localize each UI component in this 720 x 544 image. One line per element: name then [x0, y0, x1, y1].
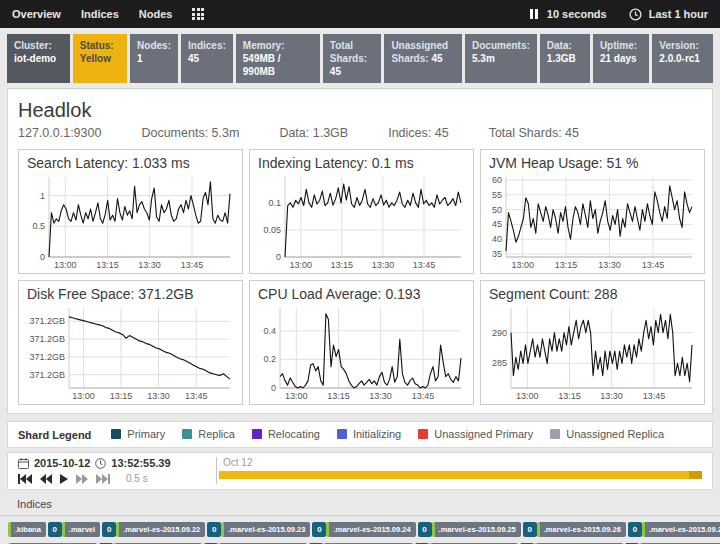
- stat-value: 549MB / 990MB: [243, 53, 281, 77]
- chart-title: CPU Load Average: 0.193: [258, 286, 467, 302]
- legend-swatch: [111, 429, 121, 439]
- clock-icon: [629, 8, 642, 21]
- svg-text:0.5: 0.5: [32, 221, 45, 231]
- shard-legend-items: PrimaryReplicaRelocatingInitializingUnas…: [111, 428, 681, 441]
- index-badge[interactable]: .marvel0: [62, 522, 116, 537]
- cluster-summary-bar: Cluster: iot-demoStatus: YellowNodes: 1I…: [7, 34, 713, 83]
- svg-text:285: 285: [492, 358, 507, 368]
- index-badge[interactable]: .marvel-es-2015.09.270: [642, 522, 720, 537]
- chart-plot: 13:0013:1513:3013:4500.20.4: [256, 302, 467, 402]
- apps-grid-icon[interactable]: [192, 8, 204, 20]
- index-badge[interactable]: .marvel-es-2015.09.260: [537, 522, 642, 537]
- svg-text:35: 35: [492, 249, 502, 259]
- index-shard-count: 0: [418, 522, 432, 537]
- nav-item-indices[interactable]: Indices: [81, 8, 119, 20]
- node-stat: Data: 1.3GB: [279, 126, 348, 140]
- legend-label: Unassigned Replica: [566, 428, 664, 440]
- chart-disk-free-space: Disk Free Space: 371.2GB13:0013:1513:301…: [18, 280, 243, 405]
- indices-badge-row: .kibana0.marvel0.marvel-es-2015.09.220.m…: [0, 516, 720, 537]
- index-name: .marvel-es-2015.09.25: [432, 522, 521, 537]
- shard-legend-panel: Shard Legend PrimaryReplicaRelocatingIni…: [7, 421, 713, 448]
- timeline-date[interactable]: 2015-10-12: [34, 457, 90, 469]
- legend-swatch: [550, 429, 560, 439]
- timeline-bar[interactable]: [219, 470, 702, 480]
- indices-title: Indices: [0, 494, 720, 516]
- svg-text:50: 50: [492, 205, 502, 215]
- legend-item-primary: Primary: [111, 428, 165, 440]
- index-name: .marvel-es-2015.09.26: [537, 522, 626, 537]
- refresh-interval-label[interactable]: 10 seconds: [547, 8, 607, 20]
- stat-label: Nodes:: [137, 40, 171, 51]
- svg-text:13:15: 13:15: [327, 391, 350, 401]
- index-badge[interactable]: .marvel-es-2015.09.250: [432, 522, 537, 537]
- timeline-controls-block: 2015-10-12 13:52:55.39: [18, 457, 216, 484]
- index-badge[interactable]: .marvel-es-2015.09.240: [326, 522, 431, 537]
- legend-item-replica: Replica: [182, 428, 235, 440]
- index-shard-count: 0: [628, 522, 642, 537]
- stat-value: 45: [188, 53, 199, 64]
- svg-text:13:00: 13:00: [511, 260, 534, 270]
- stat-label: Memory:: [243, 40, 285, 51]
- legend-swatch: [252, 429, 262, 439]
- index-shard-count: 0: [207, 522, 221, 537]
- shard-legend-title: Shard Legend: [18, 429, 91, 441]
- cluster-stat-indices: Indices: 45: [181, 34, 233, 83]
- node-address: 127.0.0.1:9300: [18, 126, 101, 140]
- node-title: Headlok: [18, 99, 702, 122]
- svg-text:371.2GB: 371.2GB: [29, 334, 65, 344]
- nav-item-nodes[interactable]: Nodes: [139, 8, 173, 20]
- nav-left: Overview Indices Nodes: [12, 8, 204, 20]
- cluster-stat-uptime: Uptime: 21 days: [593, 34, 649, 83]
- cluster-stat-data: Data: 1.3GB: [540, 34, 590, 83]
- chart-segment-count: Segment Count: 28813:0013:1513:3013:4528…: [480, 280, 705, 405]
- index-name: .kibana: [8, 522, 46, 537]
- legend-item-unassigned-replica: Unassigned Replica: [550, 428, 664, 440]
- timeline-bar-tip: [689, 471, 702, 479]
- stat-label: Total Shards:: [330, 40, 367, 64]
- stat-value: 1.3GB: [547, 53, 576, 64]
- svg-text:13:00: 13:00: [54, 260, 77, 270]
- time-range-label[interactable]: Last 1 hour: [649, 8, 708, 20]
- index-badge[interactable]: .marvel-es-2015.09.230: [221, 522, 326, 537]
- stat-value: 2.0.0-rc1: [659, 53, 700, 64]
- cluster-stat-total-shards: Total Shards: 45: [323, 34, 382, 83]
- indices-badge-row: .marvel-es-2015.09.280.marvel-es-2015.09…: [0, 537, 720, 544]
- chart-cpu-load-average: CPU Load Average: 0.19313:0013:1513:3013…: [249, 280, 474, 405]
- index-badge[interactable]: .marvel-es-2015.09.220: [116, 522, 221, 537]
- skip-start-icon[interactable]: [18, 474, 32, 484]
- legend-item-unassigned-primary: Unassigned Primary: [418, 428, 533, 440]
- index-shard-count: 0: [48, 522, 62, 537]
- svg-text:13:00: 13:00: [285, 391, 308, 401]
- svg-text:1: 1: [40, 191, 45, 201]
- timeline-track[interactable]: Oct 12: [216, 457, 702, 484]
- fast-forward-icon[interactable]: [76, 474, 88, 484]
- svg-text:371.2GB: 371.2GB: [29, 352, 65, 362]
- index-badge[interactable]: .kibana0: [8, 522, 62, 537]
- skip-end-icon[interactable]: [96, 474, 110, 484]
- stat-value: Yellow: [80, 53, 111, 64]
- svg-text:45: 45: [492, 219, 502, 229]
- svg-text:0: 0: [40, 252, 45, 262]
- rewind-icon[interactable]: [40, 474, 52, 484]
- index-name: .marvel-es-2015.09.24: [326, 522, 415, 537]
- play-icon[interactable]: [60, 474, 68, 484]
- calendar-icon: [18, 458, 29, 469]
- index-shard-count: 0: [523, 522, 537, 537]
- timeline-panel: 2015-10-12 13:52:55.39: [7, 452, 713, 490]
- charts-grid: Search Latency: 1.033 ms13:0013:1513:301…: [18, 149, 702, 405]
- nav-item-overview[interactable]: Overview: [12, 8, 61, 20]
- pause-icon[interactable]: [530, 9, 538, 19]
- node-detail-panel: Headlok 127.0.0.1:9300Documents: 5.3mDat…: [7, 88, 713, 414]
- chart-search-latency: Search Latency: 1.033 ms13:0013:1513:301…: [18, 149, 243, 274]
- stat-value: 1: [137, 53, 143, 64]
- legend-label: Primary: [127, 428, 165, 440]
- clock-icon: [95, 458, 106, 469]
- stat-value: 45: [431, 53, 442, 64]
- chart-plot: 13:0013:1513:3013:4500.050.1: [256, 171, 467, 271]
- chart-indexing-latency: Indexing Latency: 0.1 ms13:0013:1513:301…: [249, 149, 474, 274]
- timeline-time[interactable]: 13:52:55.39: [111, 457, 170, 469]
- chart-plot: 13:0013:1513:3013:45371.2GB371.2GB371.2G…: [25, 302, 236, 402]
- timeline-datetime: 2015-10-12 13:52:55.39: [18, 457, 216, 469]
- svg-text:371.2GB: 371.2GB: [29, 370, 65, 380]
- stat-label: Uptime:: [600, 40, 637, 51]
